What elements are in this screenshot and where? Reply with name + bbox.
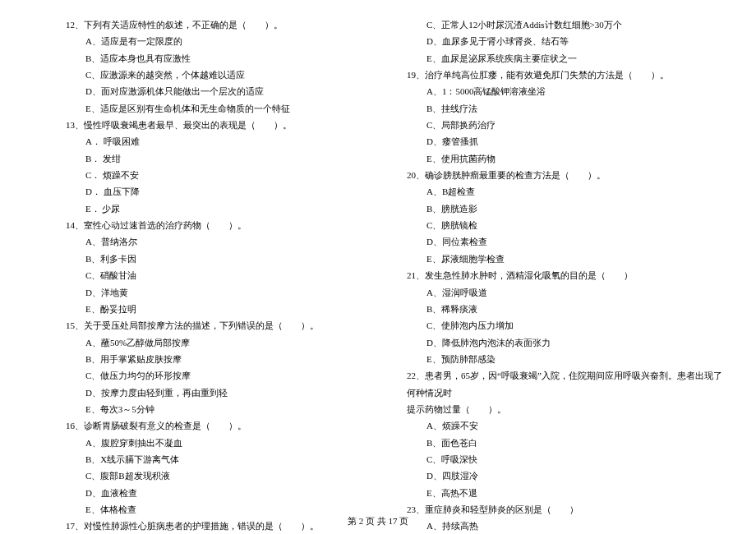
q15-D: D、按摩力度由轻到重，再由重到轻 bbox=[66, 384, 382, 401]
q21-A: A、湿润呼吸道 bbox=[407, 284, 723, 301]
q12-stem: 12、下列有关适应特性的叙述，不正确的是（ ）。 bbox=[66, 16, 382, 33]
q15-A: A、蘸50%乙醇做局部按摩 bbox=[66, 334, 382, 351]
q22-E: E、高热不退 bbox=[407, 485, 723, 501]
q21-D: D、降低肺泡内泡沫的表面张力 bbox=[407, 334, 723, 351]
q13-D: D． 血压下降 bbox=[66, 183, 382, 200]
q22-B: B、面色苍白 bbox=[407, 435, 723, 451]
q15-E: E、每次3～5分钟 bbox=[66, 401, 382, 417]
q16-D: D、血液检查 bbox=[66, 485, 382, 501]
q15-C: C、做压力均匀的环形按摩 bbox=[66, 367, 382, 384]
q22-stem-line1: 22、患者男，65岁，因“呼吸衰竭”入院，住院期间应用呼吸兴奋剂。患者出现了何种… bbox=[407, 367, 723, 401]
page-footer: 第 2 页 共 17 页 bbox=[0, 515, 756, 527]
q14-A: A、普纳洛尔 bbox=[66, 233, 382, 250]
q19-E: E、使用抗菌药物 bbox=[407, 150, 723, 167]
q22-stem-line2: 提示药物过量（ ）。 bbox=[407, 401, 723, 417]
q13-E: E． 少尿 bbox=[66, 200, 382, 217]
q15-B: B、用手掌紧贴皮肤按摩 bbox=[66, 351, 382, 367]
q20-E: E、尿液细胞学检查 bbox=[407, 251, 723, 267]
q14-E: E、酚妥拉明 bbox=[66, 301, 382, 317]
q14-stem: 14、室性心动过速首选的治疗药物（ ）。 bbox=[66, 217, 382, 233]
q12-B: B、适应本身也具有应激性 bbox=[66, 50, 382, 67]
q13-C: C． 烦躁不安 bbox=[66, 167, 382, 183]
q18-C: C、正常人12小时尿沉渣Addis计数红细胞>30万个 bbox=[407, 16, 723, 33]
q22-A: A、烦躁不安 bbox=[407, 417, 723, 434]
q16-stem: 16、诊断胃肠破裂有意义的检查是（ ）。 bbox=[66, 417, 382, 434]
q18-D: D、血尿多见于肾小球肾炎、结石等 bbox=[407, 33, 723, 49]
q12-C: C、应激源来的越突然，个体越难以适应 bbox=[66, 67, 382, 83]
q19-C: C、局部换药治疗 bbox=[407, 117, 723, 133]
q16-B: B、X线示膈下游离气体 bbox=[66, 451, 382, 467]
q20-D: D、同位素检查 bbox=[407, 233, 723, 250]
q20-stem: 20、确诊膀胱肿瘤最重要的检查方法是（ ）。 bbox=[407, 167, 723, 183]
q21-B: B、稀释痰液 bbox=[407, 301, 723, 317]
q21-C: C、使肺泡内压力增加 bbox=[407, 317, 723, 334]
q21-E: E、预防肺部感染 bbox=[407, 351, 723, 367]
q13-B: B． 发绀 bbox=[66, 150, 382, 167]
left-column: 12、下列有关适应特性的叙述，不正确的是（ ）。 A、适应是有一定限度的 B、适… bbox=[66, 16, 382, 501]
q22-C: C、呼吸深快 bbox=[407, 451, 723, 467]
q13-stem: 13、慢性呼吸衰竭患者最早、最突出的表现是（ ）。 bbox=[66, 117, 382, 133]
q12-D: D、面对应激源机体只能做出一个层次的适应 bbox=[66, 83, 382, 99]
q20-A: A、B超检查 bbox=[407, 183, 723, 200]
q19-A: A、1：5000高锰酸钾溶液坐浴 bbox=[407, 83, 723, 99]
q15-stem: 15、关于受压处局部按摩方法的描述，下列错误的是（ ）。 bbox=[66, 317, 382, 334]
right-column: C、正常人12小时尿沉渣Addis计数红细胞>30万个 D、血尿多见于肾小球肾炎… bbox=[407, 16, 723, 501]
q21-stem: 21、发生急性肺水肿时，酒精湿化吸氧的目的是（ ） bbox=[407, 267, 723, 283]
q13-A: A． 呼吸困难 bbox=[66, 133, 382, 150]
page-container: 12、下列有关适应特性的叙述，不正确的是（ ）。 A、适应是有一定限度的 B、适… bbox=[0, 0, 756, 509]
q19-D: D、瘘管搔抓 bbox=[407, 133, 723, 150]
q12-E: E、适应是区别有生命机体和无生命物质的一个特征 bbox=[66, 100, 382, 117]
q16-C: C、腹部B超发现积液 bbox=[66, 467, 382, 484]
q19-stem: 19、治疗单纯高位肛瘘，能有效避免肛门失禁的方法是（ ）。 bbox=[407, 67, 723, 83]
q14-B: B、利多卡因 bbox=[66, 251, 382, 267]
q12-A: A、适应是有一定限度的 bbox=[66, 33, 382, 49]
q14-D: D、洋地黄 bbox=[66, 284, 382, 301]
q22-D: D、四肢湿冷 bbox=[407, 467, 723, 484]
q20-C: C、膀胱镜检 bbox=[407, 217, 723, 233]
q19-B: B、挂线疗法 bbox=[407, 100, 723, 117]
q18-E: E、血尿是泌尿系统疾病主要症状之一 bbox=[407, 50, 723, 67]
q16-A: A、腹腔穿刺抽出不凝血 bbox=[66, 435, 382, 451]
q14-C: C、硝酸甘油 bbox=[66, 267, 382, 283]
q20-B: B、膀胱造影 bbox=[407, 200, 723, 217]
